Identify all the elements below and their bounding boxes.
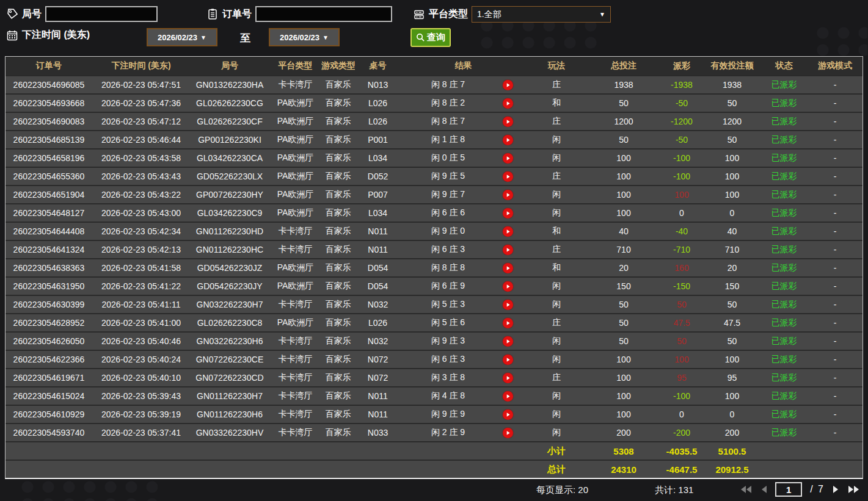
total-bet-cell: 100 bbox=[587, 373, 660, 383]
order-id-cell: 260223054628952 bbox=[5, 318, 92, 328]
table-row: 260223054593740 2026-02-23 05:37:41 GN03… bbox=[5, 423, 863, 441]
game-type-cell: 百家乐 bbox=[321, 317, 355, 328]
replay-video-icon[interactable] bbox=[503, 226, 513, 237]
calendar-icon bbox=[6, 29, 18, 41]
date-from-select[interactable]: 2026/02/23 ▼ bbox=[147, 28, 217, 46]
replay-video-icon[interactable] bbox=[503, 135, 513, 145]
replay-video-icon[interactable] bbox=[503, 281, 513, 292]
table-row: 260223054638363 2026-02-23 05:41:58 GD05… bbox=[5, 258, 863, 276]
payout-cell: -200 bbox=[660, 428, 703, 438]
replay-video-icon[interactable] bbox=[503, 171, 513, 182]
replay-video-icon[interactable] bbox=[503, 80, 513, 90]
table-no-cell: P007 bbox=[355, 190, 401, 200]
table-row: 260223054658196 2026-02-23 05:43:58 GL03… bbox=[5, 148, 863, 167]
replay-video-icon[interactable] bbox=[503, 263, 513, 273]
table-no-cell: D052 bbox=[355, 171, 401, 181]
bet-type-cell: 闲 bbox=[526, 427, 587, 438]
round-id-cell: GN072262230CE bbox=[190, 355, 269, 364]
replay-video-icon[interactable] bbox=[503, 117, 513, 127]
platform-cell: 卡卡湾厅 bbox=[269, 79, 321, 90]
platform-cell: 卡卡湾厅 bbox=[269, 354, 321, 365]
prev-page-icon[interactable] bbox=[760, 485, 767, 494]
game-mode-cell: - bbox=[807, 281, 863, 291]
total-bet-cell: 100 bbox=[587, 171, 660, 181]
replay-video-icon[interactable] bbox=[503, 373, 513, 383]
replay-video-icon[interactable] bbox=[503, 428, 513, 438]
replay-video-icon[interactable] bbox=[503, 409, 513, 420]
status-badge: 已派彩 bbox=[761, 79, 807, 90]
table-row: 260223054641324 2026-02-23 05:42:13 GN01… bbox=[5, 240, 863, 258]
page-number-input[interactable] bbox=[775, 482, 802, 497]
bet-time-cell: 2026-02-23 05:39:43 bbox=[92, 391, 190, 401]
column-header-table-no: 桌号 bbox=[355, 60, 401, 71]
bet-time-cell: 2026-02-23 05:46:44 bbox=[92, 135, 190, 145]
replay-video-icon[interactable] bbox=[503, 153, 513, 164]
replay-video-icon[interactable] bbox=[503, 355, 513, 365]
bet-type-cell: 闲 bbox=[526, 153, 587, 164]
replay-video-icon[interactable] bbox=[503, 318, 513, 328]
server-stack-icon bbox=[413, 9, 425, 21]
result-cell: 闲 9 庄 0 bbox=[401, 226, 526, 237]
replay-video-icon[interactable] bbox=[503, 336, 513, 347]
order-input[interactable] bbox=[255, 6, 392, 22]
platform-cell: 卡卡湾厅 bbox=[269, 226, 321, 237]
result-text: 闲 5 庄 6 bbox=[401, 317, 495, 328]
next-page-icon[interactable] bbox=[833, 485, 839, 494]
game-mode-cell: - bbox=[807, 98, 863, 108]
column-header-order-id: 订单号 bbox=[5, 60, 92, 71]
replay-video-icon[interactable] bbox=[503, 245, 513, 255]
bet-time-cell: 2026-02-23 05:41:22 bbox=[92, 281, 190, 291]
table-row: 260223054628952 2026-02-23 05:41:00 GL02… bbox=[5, 313, 863, 331]
result-cell: 闲 8 庄 7 bbox=[401, 116, 526, 127]
replay-video-icon[interactable] bbox=[503, 98, 513, 109]
bet-time-filter-group: 下注时间 (美东) bbox=[6, 29, 90, 41]
replay-video-icon[interactable] bbox=[503, 391, 513, 402]
first-page-icon[interactable] bbox=[740, 485, 753, 494]
valid-bet-cell: 50 bbox=[703, 336, 761, 346]
result-cell: 闲 4 庄 8 bbox=[401, 391, 526, 402]
round-id-cell: GN011262230HD bbox=[190, 226, 269, 236]
platform-select[interactable]: 1.全部 ▼ bbox=[472, 6, 611, 23]
result-text: 闲 6 庄 6 bbox=[401, 207, 495, 218]
bet-type-cell: 和 bbox=[526, 98, 587, 109]
replay-video-icon[interactable] bbox=[503, 208, 513, 218]
order-id-cell: 260223054651904 bbox=[5, 190, 92, 200]
status-badge: 已派彩 bbox=[761, 354, 807, 365]
table-row: 260223054622366 2026-02-23 05:40:24 GN07… bbox=[5, 350, 863, 368]
replay-video-icon[interactable] bbox=[503, 300, 513, 310]
subtotal-label: 小计 bbox=[526, 445, 587, 457]
game-type-cell: 百家乐 bbox=[321, 262, 355, 273]
platform-cell: PA欧洲厅 bbox=[269, 189, 321, 200]
valid-bet-cell: 100 bbox=[703, 355, 761, 364]
clipboard-icon bbox=[206, 8, 219, 20]
round-id-cell: GP007262230HY bbox=[190, 190, 269, 200]
result-text: 闲 9 庄 0 bbox=[401, 226, 495, 237]
bet-time-cell: 2026-02-23 05:43:22 bbox=[92, 190, 190, 200]
result-text: 闲 4 庄 8 bbox=[401, 391, 495, 402]
replay-video-icon[interactable] bbox=[503, 190, 513, 200]
last-page-icon[interactable] bbox=[847, 485, 859, 494]
game-mode-cell: - bbox=[807, 336, 863, 346]
status-badge: 已派彩 bbox=[761, 317, 807, 328]
search-button-label: 查询 bbox=[427, 32, 445, 43]
round-input[interactable] bbox=[45, 6, 158, 22]
column-header-total-bet: 总投注 bbox=[587, 60, 660, 71]
order-id-cell: 260223054693668 bbox=[5, 98, 92, 108]
status-badge: 已派彩 bbox=[761, 207, 807, 218]
total-bet-cell: 200 bbox=[587, 428, 660, 438]
date-to-select[interactable]: 2026/02/23 ▼ bbox=[269, 28, 340, 46]
result-text: 闲 5 庄 3 bbox=[401, 299, 495, 310]
valid-bet-cell: 710 bbox=[703, 245, 761, 254]
result-cell: 闲 9 庄 5 bbox=[401, 171, 526, 182]
game-mode-cell: - bbox=[807, 171, 863, 181]
column-header-valid-bet: 有效投注额 bbox=[703, 60, 761, 71]
bet-time-cell: 2026-02-23 05:40:46 bbox=[92, 336, 190, 346]
valid-bet-cell: 50 bbox=[703, 98, 761, 108]
result-cell: 闲 3 庄 8 bbox=[401, 372, 526, 383]
total-bet-cell: 100 bbox=[587, 208, 660, 218]
payout-cell: -50 bbox=[660, 135, 703, 145]
search-button[interactable]: 查询 bbox=[410, 28, 451, 47]
bet-type-cell: 庄 bbox=[526, 116, 587, 127]
round-id-cell: GN032262230H6 bbox=[190, 336, 269, 346]
game-mode-cell: - bbox=[807, 208, 863, 218]
